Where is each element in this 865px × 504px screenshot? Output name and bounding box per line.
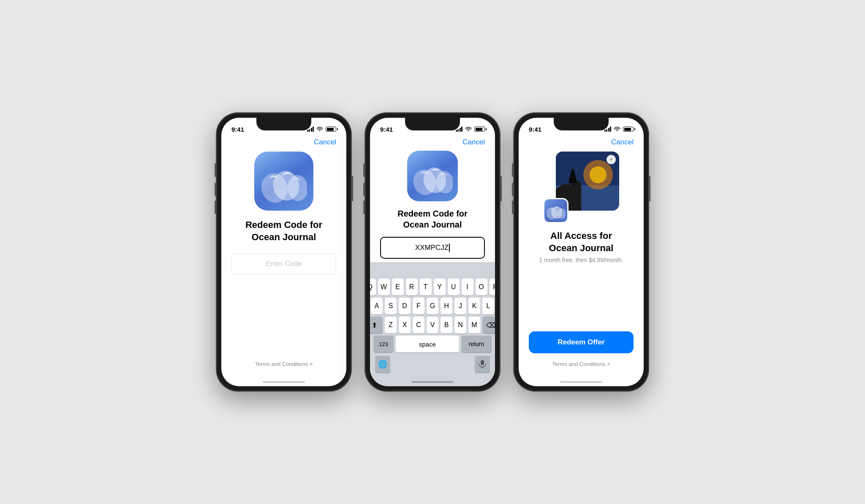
- key-A[interactable]: A: [371, 298, 383, 314]
- key-N[interactable]: N: [454, 317, 466, 333]
- home-indicator-2: [370, 378, 495, 386]
- key-H[interactable]: H: [441, 298, 452, 314]
- terms-link-3[interactable]: Terms and Conditions >: [552, 360, 610, 378]
- keyboard-emoji-row: 🌐: [372, 355, 493, 376]
- redeem-offer-button-3[interactable]: Redeem Offer: [529, 331, 634, 353]
- key-F[interactable]: F: [413, 298, 424, 314]
- backspace-key[interactable]: ⌫: [482, 317, 495, 333]
- code-input-wrapper-2: XXMPCJZ: [380, 237, 485, 259]
- key-O[interactable]: O: [476, 279, 487, 295]
- key-W[interactable]: W: [378, 279, 390, 295]
- key-X[interactable]: X: [399, 317, 411, 333]
- notch-2: [405, 118, 460, 130]
- keyboard-row-1: Q W E R T Y U I O P: [372, 279, 493, 295]
- phone-1: 9:41: [216, 113, 351, 391]
- svg-point-11: [590, 166, 607, 183]
- key-D[interactable]: D: [399, 298, 411, 314]
- wifi-icon-2: [465, 127, 472, 132]
- key-Y[interactable]: Y: [434, 279, 446, 295]
- status-icons-2: [456, 127, 485, 132]
- app-icon-small-3: [543, 198, 569, 223]
- svg-rect-6: [481, 360, 484, 365]
- key-R[interactable]: R: [406, 279, 418, 295]
- key-B[interactable]: B: [441, 317, 452, 333]
- key-I[interactable]: I: [462, 279, 473, 295]
- notch-1: [256, 118, 311, 130]
- screen-2-content: Cancel Redeem Code for O: [370, 136, 495, 262]
- phone-3: 9:41: [514, 113, 649, 391]
- home-indicator-3: [519, 378, 644, 386]
- key-K[interactable]: K: [468, 298, 480, 314]
- emoji-key[interactable]: 🌐: [375, 356, 390, 373]
- screen-3-content: Cancel: [519, 136, 644, 378]
- phone-1-screen: 9:41: [221, 118, 346, 386]
- key-V[interactable]: V: [427, 317, 438, 333]
- num-key[interactable]: 123: [373, 336, 394, 352]
- code-input-wrapper-1: Enter Code: [231, 253, 336, 274]
- cancel-area-2: Cancel: [380, 136, 485, 151]
- key-Z[interactable]: Z: [385, 317, 397, 333]
- key-Q[interactable]: Q: [370, 279, 376, 295]
- key-M[interactable]: M: [468, 317, 480, 333]
- screen-2-title: Redeem Code for Ocean Journal: [397, 208, 468, 230]
- status-time-1: 9:41: [231, 126, 244, 133]
- key-G[interactable]: G: [427, 298, 438, 314]
- phone-2-screen: 9:41: [370, 118, 495, 386]
- keyboard-bottom-row: 123 space return: [372, 336, 493, 355]
- keyboard-row-2: A S D F G H J K L: [372, 298, 493, 314]
- key-P[interactable]: P: [490, 279, 495, 295]
- phones-container: 9:41: [216, 113, 649, 391]
- code-input-1[interactable]: Enter Code: [231, 253, 336, 274]
- code-input-2[interactable]: XXMPCJZ: [380, 237, 485, 259]
- status-time-2: 9:41: [380, 126, 393, 133]
- battery-icon-3: [623, 127, 634, 132]
- space-key[interactable]: space: [396, 336, 459, 352]
- terms-link-1[interactable]: Terms and Conditions >: [255, 360, 313, 378]
- phone-3-screen: 9:41: [519, 118, 644, 386]
- subscription-title-3: All Access for Ocean Journal: [549, 230, 614, 254]
- shift-key[interactable]: ⬆: [370, 317, 383, 333]
- cancel-area-1: Cancel: [231, 136, 336, 152]
- phone-2: 9:41: [365, 113, 500, 391]
- cancel-area-3: Cancel: [529, 136, 634, 152]
- wifi-icon-1: [316, 127, 323, 132]
- key-T[interactable]: T: [420, 279, 432, 295]
- notch-3: [554, 118, 609, 130]
- screen-1-content: Cancel R: [221, 136, 346, 378]
- app-icon-2: [407, 151, 458, 201]
- wifi-icon-3: [614, 127, 620, 132]
- battery-icon-1: [326, 127, 336, 132]
- subscription-price-3: 1 month free, then $4.99/month.: [539, 257, 623, 263]
- screen-1-title: Redeem Code for Ocean Journal: [245, 219, 322, 243]
- status-icons-3: [604, 127, 634, 132]
- return-key[interactable]: return: [461, 336, 492, 352]
- app-icon-1: [254, 152, 313, 211]
- mic-key[interactable]: [475, 356, 490, 373]
- home-indicator-1: [221, 378, 346, 386]
- key-L[interactable]: L: [482, 298, 494, 314]
- keyboard-2: Q W E R T Y U I O P A S D F G: [370, 262, 495, 378]
- cancel-button-1[interactable]: Cancel: [314, 138, 336, 146]
- key-U[interactable]: U: [448, 279, 460, 295]
- photo-plus-btn-3[interactable]: +: [607, 155, 616, 164]
- key-E[interactable]: E: [392, 279, 404, 295]
- cancel-button-3[interactable]: Cancel: [611, 138, 634, 146]
- key-J[interactable]: J: [454, 298, 466, 314]
- key-C[interactable]: C: [413, 317, 424, 333]
- key-S[interactable]: S: [385, 298, 397, 314]
- status-icons-1: [307, 127, 337, 132]
- battery-icon-2: [474, 127, 485, 132]
- status-time-3: 9:41: [529, 126, 541, 133]
- media-cards-3: +: [543, 152, 619, 223]
- cancel-button-2[interactable]: Cancel: [462, 138, 485, 146]
- keyboard-row-3: ⬆ Z X C V B N M ⌫: [372, 317, 493, 333]
